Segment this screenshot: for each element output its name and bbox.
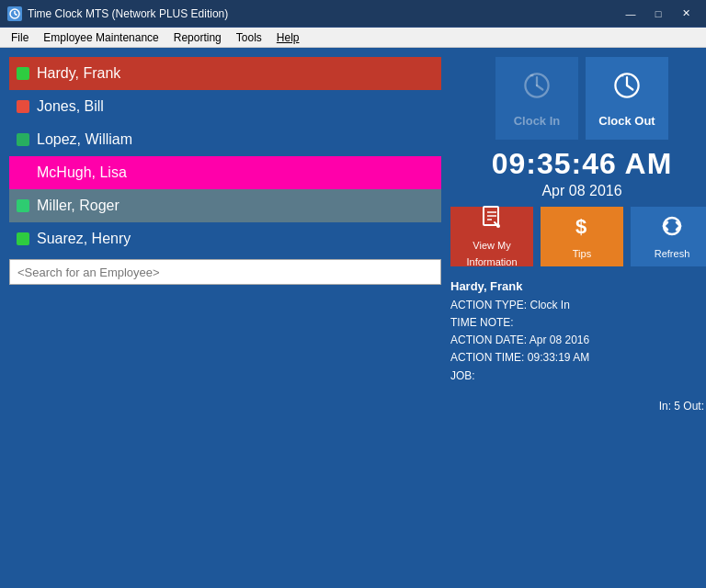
view-info-label-line1: View My — [473, 240, 510, 252]
title-bar: Time Clock MTS (Network PLUS Edition) — … — [0, 0, 706, 28]
clock-out-label: Clock Out — [598, 114, 655, 128]
document-icon — [479, 205, 505, 236]
employee-item-jones[interactable]: Jones, Bill — [9, 90, 441, 123]
clock-buttons: Clock In Clock Out — [450, 57, 706, 140]
main-window: Hardy, Frank Jones, Bill Lopez, William … — [0, 48, 706, 588]
employee-item-hardy[interactable]: Hardy, Frank — [9, 57, 441, 90]
minimize-button[interactable]: — — [618, 5, 643, 23]
status-dot-miller — [17, 199, 29, 212]
tips-button[interactable]: $ Tips — [541, 207, 623, 266]
clock-in-button[interactable]: Clock In — [495, 57, 578, 140]
info-job: JOB: — [450, 368, 706, 385]
employee-item-mchugh[interactable]: McHugh, Lisa — [9, 156, 441, 189]
status-dot-lopez — [17, 133, 29, 146]
employee-info-panel: Hardy, Frank ACTION TYPE: Clock In TIME … — [450, 274, 706, 389]
search-input[interactable] — [9, 259, 441, 285]
current-date: Apr 08 2016 — [450, 183, 706, 199]
svg-point-15 — [496, 224, 500, 228]
search-container — [9, 259, 441, 285]
employee-item-miller[interactable]: Miller, Roger — [9, 189, 441, 222]
svg-line-5 — [537, 85, 542, 90]
svg-line-2 — [15, 14, 17, 16]
employee-item-suarez[interactable]: Suarez, Henry — [9, 222, 441, 255]
status-dot-mchugh — [17, 166, 29, 179]
clock-in-icon — [520, 69, 553, 108]
clock-out-button[interactable]: Clock Out — [586, 57, 668, 140]
clock-in-label: Clock In — [514, 114, 561, 128]
info-time-note: TIME NOTE: — [450, 314, 706, 332]
status-dot-jones — [17, 100, 29, 113]
svg-text:$: $ — [575, 215, 586, 238]
dollar-icon: $ — [569, 213, 595, 244]
status-text: In: 5 Out: 1 — [659, 400, 706, 413]
clock-out-icon — [610, 69, 643, 108]
content-area: Hardy, Frank Jones, Bill Lopez, William … — [9, 57, 697, 579]
close-button[interactable]: ✕ — [673, 5, 699, 23]
right-panel: Clock In Clock Out 09:35: — [450, 57, 706, 579]
info-action-date: ACTION DATE: Apr 08 2016 — [450, 332, 706, 349]
status-dot-suarez — [17, 232, 29, 245]
svg-line-9 — [627, 85, 632, 90]
menu-file[interactable]: File — [4, 29, 36, 46]
menu-employee-maintenance[interactable]: Employee Maintenance — [36, 29, 165, 46]
app-icon — [7, 6, 22, 21]
view-info-label-line2: Information — [466, 256, 517, 268]
employee-item-lopez[interactable]: Lopez, William — [9, 123, 441, 156]
refresh-label: Refresh — [655, 248, 690, 260]
action-buttons: View My Information $ Tips — [450, 207, 706, 266]
title-bar-left: Time Clock MTS (Network PLUS Edition) — [7, 6, 228, 21]
view-info-button[interactable]: View My Information — [450, 207, 533, 266]
employee-list: Hardy, Frank Jones, Bill Lopez, William … — [9, 57, 441, 579]
current-time: 09:35:46 AM — [450, 147, 706, 181]
status-bar: In: 5 Out: 1 — [450, 396, 706, 416]
menu-bar: File Employee Maintenance Reporting Tool… — [0, 28, 706, 48]
time-display: 09:35:46 AM Apr 08 2016 — [450, 147, 706, 199]
employee-name-miller: Miller, Roger — [37, 198, 120, 214]
info-action-time: ACTION TIME: 09:33:19 AM — [450, 349, 706, 367]
maximize-button[interactable]: □ — [645, 5, 671, 23]
menu-reporting[interactable]: Reporting — [166, 29, 229, 46]
employee-name-lopez: Lopez, William — [37, 131, 132, 148]
info-action-type: ACTION TYPE: Clock In — [450, 297, 706, 314]
status-dot-hardy — [17, 67, 29, 80]
menu-tools[interactable]: Tools — [229, 29, 269, 46]
refresh-icon — [659, 213, 685, 244]
employee-name-jones: Jones, Bill — [37, 98, 104, 115]
tips-label: Tips — [573, 248, 591, 260]
info-employee-name: Hardy, Frank — [450, 277, 706, 297]
menu-help[interactable]: Help — [269, 29, 307, 46]
employee-name-mchugh: McHugh, Lisa — [37, 164, 127, 181]
title-bar-text: Time Clock MTS (Network PLUS Edition) — [28, 7, 228, 20]
window-controls: — □ ✕ — [618, 5, 699, 23]
employee-name-hardy: Hardy, Frank — [37, 65, 120, 82]
employee-name-suarez: Suarez, Henry — [37, 231, 131, 247]
refresh-button[interactable]: Refresh — [631, 207, 706, 266]
